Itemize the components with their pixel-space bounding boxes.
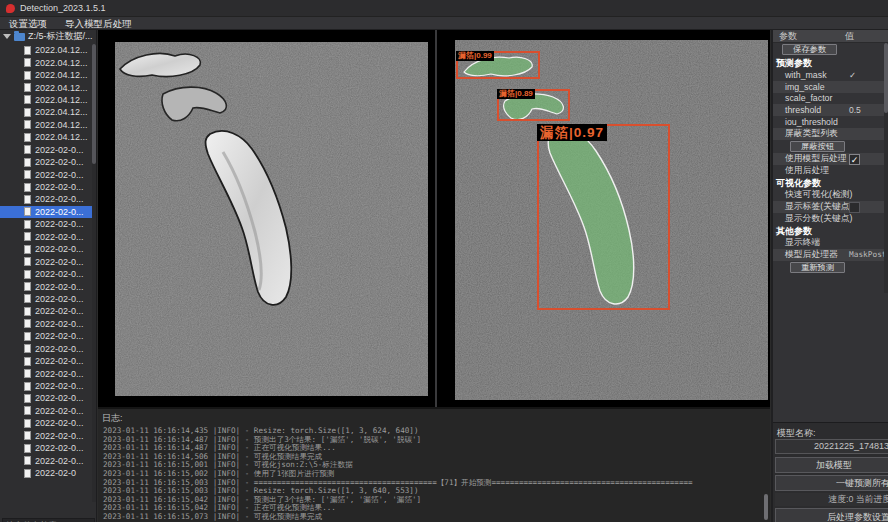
postprocess-settings-button[interactable]: 后处理参数设置	[775, 508, 888, 522]
file-icon	[24, 307, 31, 316]
file-item[interactable]: 2022.04.12...	[0, 94, 92, 106]
file-item[interactable]: 2022-02-0...	[0, 156, 92, 168]
file-item[interactable]: 2022-02-0...	[0, 268, 92, 280]
file-item[interactable]: 2022.04.12...	[0, 56, 92, 68]
detection-box[interactable]: 漏箔|0.99	[456, 51, 540, 79]
param-row[interactable]: 使用模型后处理✓	[773, 153, 888, 165]
detection-box[interactable]: 漏箔|0.97	[537, 124, 670, 310]
file-item[interactable]: 2022-02-0...	[0, 380, 92, 392]
file-item[interactable]: 2022-02-0...	[0, 454, 92, 466]
file-item[interactable]: 2022.04.12...	[0, 119, 92, 131]
file-item[interactable]: 2022-02-0...	[0, 343, 92, 355]
param-row[interactable]: img_scale	[773, 81, 888, 93]
param-row[interactable]: iou_threshold	[773, 116, 888, 128]
model-name-field[interactable]: 20221225_174813	[775, 439, 888, 454]
tree-root-label: Z:/5-标注数据/...	[28, 30, 93, 43]
file-icon	[24, 232, 31, 241]
file-item-label: 2022-02-0...	[35, 319, 84, 329]
scrollbar-handle[interactable]	[884, 43, 888, 113]
file-item[interactable]: 2022-02-0...	[0, 144, 92, 156]
file-item[interactable]: 2022.04.12...	[0, 44, 92, 56]
file-icon	[24, 257, 31, 266]
file-item[interactable]: 2022-02-0...	[0, 392, 92, 404]
file-icon	[24, 456, 31, 465]
param-row[interactable]: 快速可视化(检测)	[773, 189, 888, 201]
log-scrollbar-handle[interactable]	[764, 494, 768, 520]
param-action-button[interactable]: 重新预测	[790, 262, 845, 273]
file-item[interactable]: 2022-02-0...	[0, 318, 92, 330]
file-item-label: 2022-02-0...	[35, 431, 84, 441]
file-item[interactable]: 2022-02-0...	[0, 417, 92, 429]
file-item[interactable]: 2022-02-0...	[0, 367, 92, 379]
file-item[interactable]: 2022-02-0...	[0, 243, 92, 255]
file-item[interactable]: 2022-02-0...	[0, 442, 92, 454]
scrollbar-handle[interactable]	[92, 44, 96, 164]
file-item[interactable]: 2022-02-0...	[0, 206, 92, 218]
file-item[interactable]: 2022-02-0...	[0, 218, 92, 230]
file-list-scrollbar[interactable]	[92, 44, 96, 502]
param-row[interactable]: 使用后处理	[773, 165, 888, 177]
file-item[interactable]: 2022-02-0	[0, 467, 92, 479]
file-item-label: 2022-02-0...	[35, 207, 84, 217]
param-row[interactable]: 模型后处理器MaskPostPro	[773, 249, 888, 261]
file-item[interactable]: 2022-02-0...	[0, 255, 92, 267]
log-title: 日志:	[98, 409, 770, 427]
file-item-label: 2022-02-0...	[35, 456, 84, 466]
file-item[interactable]: 2022-02-0...	[0, 330, 92, 342]
file-item[interactable]: 2022-02-0...	[0, 231, 92, 243]
param-checkbox[interactable]: ✓	[849, 154, 860, 165]
file-item[interactable]: 2022-02-0...	[0, 280, 92, 292]
param-scrollbar[interactable]	[884, 43, 888, 293]
param-row[interactable]: 显示标签(关键点)	[773, 201, 888, 213]
original-image[interactable]	[115, 42, 428, 396]
file-item[interactable]: 2022-02-0...	[0, 405, 92, 417]
file-item-label: 2022-02-0...	[35, 406, 84, 416]
file-item[interactable]: 2022-02-0...	[0, 193, 92, 205]
file-item-label: 2022-02-0...	[35, 170, 84, 180]
file-item[interactable]: 2022.04.12...	[0, 106, 92, 118]
param-row[interactable]: with_mask✓	[773, 69, 888, 81]
tree-root-folder[interactable]: Z:/5-标注数据/...	[0, 30, 96, 43]
file-item[interactable]: 2022-02-0...	[0, 293, 92, 305]
menu-import-postprocess[interactable]: 导入模型后处理	[56, 17, 141, 30]
param-row[interactable]: 显示终端	[773, 237, 888, 249]
load-model-button[interactable]: 加载模型	[775, 457, 888, 473]
param-action-button[interactable]: 保存参数	[782, 44, 837, 55]
predict-all-button[interactable]: 一键预测所有	[775, 475, 888, 491]
file-item[interactable]: 2022-02-0...	[0, 181, 92, 193]
file-item[interactable]: 2022.04.12...	[0, 131, 92, 143]
file-item-label: 2022-02-0...	[35, 331, 84, 341]
file-item-label: 2022-02-0...	[35, 232, 84, 242]
param-action-button[interactable]: 屏蔽按钮	[790, 141, 845, 152]
file-item[interactable]: 2022.04.12...	[0, 69, 92, 81]
model-section: 模型名称: 20221225_174813 加载模型 一键预测所有 速度:0 当…	[773, 422, 888, 522]
param-row[interactable]: scale_factor	[773, 93, 888, 105]
file-item[interactable]: 2022-02-0...	[0, 355, 92, 367]
param-label: threshold	[773, 105, 821, 115]
param-row[interactable]: 显示分数(关键点)	[773, 213, 888, 225]
file-icon	[24, 357, 31, 366]
file-item[interactable]: 2022-02-0...	[0, 430, 92, 442]
parameter-rows: 保存参数预测参数with_mask✓img_scalescale_factort…	[773, 43, 888, 274]
prediction-image[interactable]: 漏箔|0.99漏箔|0.89漏箔|0.97	[455, 40, 768, 400]
file-icon	[24, 469, 31, 478]
detection-box[interactable]: 漏箔|0.89	[497, 89, 570, 121]
file-item[interactable]: 2022-02-0...	[0, 168, 92, 180]
file-icon	[24, 71, 31, 80]
file-item[interactable]: 2022.04.12...	[0, 81, 92, 93]
param-button-row: 保存参数	[773, 43, 888, 57]
param-label: with_mask	[773, 70, 827, 80]
search-input[interactable]	[2, 518, 95, 522]
file-icon	[24, 270, 31, 279]
file-icon	[24, 282, 31, 291]
file-item[interactable]: 2022-02-0...	[0, 305, 92, 317]
param-checkbox[interactable]	[849, 202, 860, 213]
menu-settings[interactable]: 设置选项	[0, 17, 56, 30]
param-row[interactable]: 屏蔽类型列表	[773, 128, 888, 140]
menu-bar: 设置选项 导入模型后处理	[0, 17, 888, 30]
chevron-down-icon[interactable]	[3, 34, 11, 39]
file-item-label: 2022-02-0...	[35, 306, 84, 316]
log-line: 2023-01-11 16:16:14,487 |INFO| - 预测出了3个结…	[98, 436, 770, 445]
param-row[interactable]: threshold0.5	[773, 104, 888, 116]
file-item-label: 2022.04.12...	[35, 107, 88, 117]
